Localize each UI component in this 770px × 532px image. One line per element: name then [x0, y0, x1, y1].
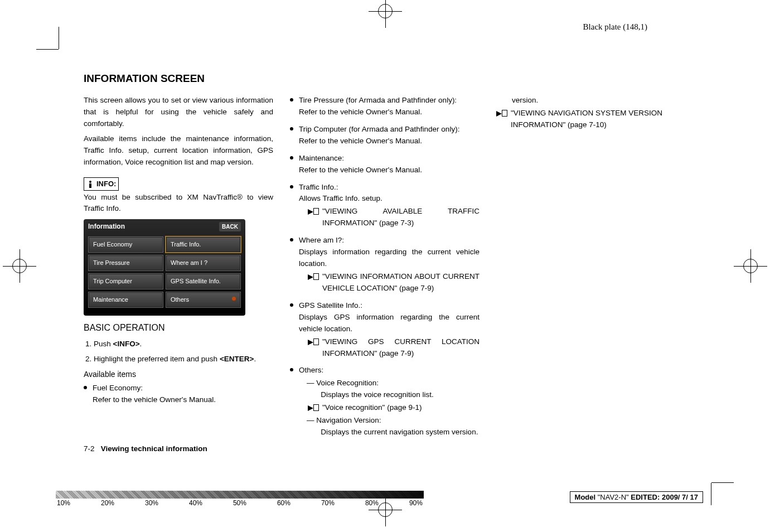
- step-1: Push <INFO>.: [94, 338, 273, 350]
- registration-mark-right: [734, 249, 767, 283]
- item-others-nav: — Navigation Version: Displays the curre…: [307, 415, 480, 438]
- crop-mark: [711, 483, 711, 505]
- density-label: 90%: [409, 499, 423, 507]
- item-others: Others: — Voice Recognition: Displays th…: [290, 365, 480, 438]
- screenshot-title: Information: [88, 221, 125, 232]
- step-2: Highlight the preferred item and push <E…: [94, 354, 273, 365]
- item-others-voice: — Voice Recognition: Displays the voice …: [307, 378, 480, 401]
- item-trip: Trip Computer (for Armada and Pathfinder…: [290, 124, 480, 147]
- density-label: 50%: [233, 499, 246, 507]
- basic-operation-heading: BASIC OPERATION: [84, 321, 273, 335]
- screenshot-cell-gps: GPS Satellite Info.: [166, 273, 241, 289]
- density-label: 30%: [145, 499, 158, 507]
- column-3: version. "VIEWING NAVIGATION SYSTEM VERS…: [496, 95, 686, 444]
- screenshot-cell-where: Where am I ?: [166, 255, 241, 271]
- item-where: Where am I?: Displays information regard…: [290, 235, 480, 294]
- plate-label: Black plate (148,1): [583, 22, 647, 32]
- info-text: You must be subscribed to XM NavTraffic®…: [84, 192, 273, 215]
- item-fuel: Fuel Economy: Refer to the vehicle Owner…: [84, 383, 273, 406]
- crop-mark: [59, 27, 59, 49]
- registration-mark-top: [369, 0, 402, 28]
- reference-icon: [308, 272, 319, 280]
- page-number: 7-2: [84, 444, 95, 453]
- density-label: 40%: [189, 499, 202, 507]
- registration-mark-left: [3, 249, 36, 283]
- density-label: 20%: [101, 499, 114, 507]
- screenshot-cell-traffic: Traffic Info.: [166, 236, 241, 253]
- crop-mark: [711, 482, 734, 483]
- column-1: This screen allows you to set or view va…: [84, 95, 273, 444]
- screenshot-cell-others: Others: [166, 292, 241, 308]
- column-2: Tire Pressure (for Armada and Pathfinder…: [290, 95, 480, 444]
- model-edition-box: Model "NAV2-N" EDITED: 2009/ 7/ 17: [570, 491, 703, 503]
- density-label: 80%: [365, 499, 379, 507]
- info-icon: [86, 180, 94, 188]
- info-label: INFO:: [96, 178, 116, 190]
- reference-icon: [308, 403, 319, 411]
- section-title: INFORMATION SCREEN: [84, 72, 686, 85]
- density-label: 70%: [321, 499, 335, 507]
- screenshot-cell-tire: Tire Pressure: [88, 255, 163, 271]
- intro-paragraph-1: This screen allows you to set or view va…: [84, 95, 273, 130]
- reference-icon: [308, 337, 319, 345]
- item-tire: Tire Pressure (for Armada and Pathfinder…: [290, 95, 480, 118]
- reference-icon: [308, 207, 319, 215]
- screenshot-cell-maint: Maintenance: [88, 292, 163, 308]
- screenshot-cell-fuel: Fuel Economy: [88, 236, 163, 253]
- density-label: 60%: [277, 499, 290, 507]
- screenshot-cell-trip: Trip Computer: [88, 273, 163, 289]
- available-items-heading: Available items: [84, 369, 273, 381]
- footer-title: Viewing technical information: [101, 444, 207, 453]
- page-footer: 7-2 Viewing technical information: [84, 444, 207, 453]
- item-maintenance: Maintenance: Refer to the vehicle Owner'…: [290, 153, 480, 176]
- device-screenshot: Information BACK Fuel Economy Traffic In…: [84, 219, 245, 316]
- page-content: INFORMATION SCREEN This screen allows yo…: [84, 72, 686, 444]
- basic-operation-steps: Push <INFO>. Highlight the preferred ite…: [84, 338, 273, 365]
- intro-paragraph-2: Available items include the maintenance …: [84, 133, 273, 168]
- density-scale: 10% 20% 30% 40% 50% 60% 70% 80% 90%: [56, 491, 424, 507]
- item-traffic: Traffic Info.: Allows Traffic Info. setu…: [290, 182, 480, 230]
- reference-icon: [496, 109, 507, 117]
- screenshot-back-button: BACK: [219, 222, 241, 232]
- info-callout: INFO:: [84, 177, 119, 191]
- item-gps: GPS Satellite Info.: Displays GPS inform…: [290, 300, 480, 360]
- crop-mark: [36, 49, 59, 50]
- density-label: 10%: [57, 499, 70, 507]
